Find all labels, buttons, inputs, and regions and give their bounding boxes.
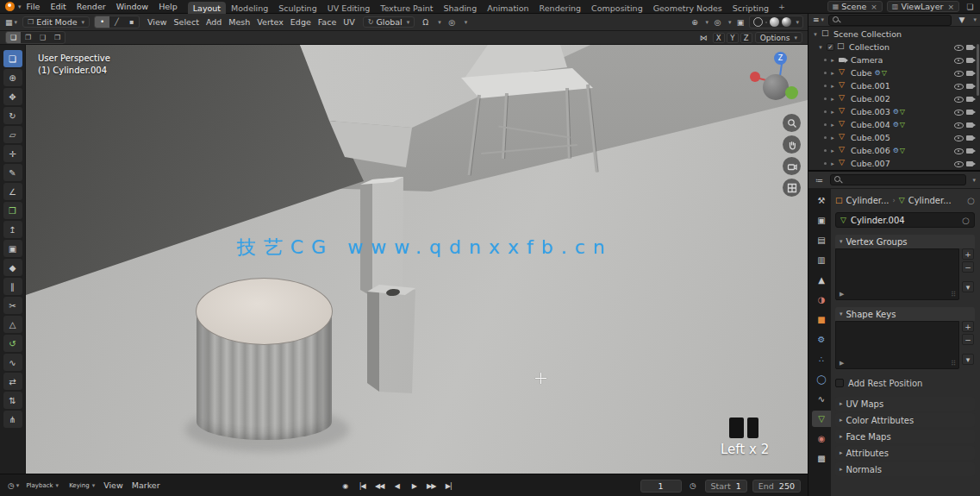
playback-button[interactable]: ▶| <box>440 479 456 493</box>
disclosure-icon[interactable]: ▸ <box>829 148 836 154</box>
properties-tab[interactable]: ▽ <box>812 411 831 427</box>
viewport-canvas[interactable]: User Perspective (1) Cylinder.004 技艺CG w… <box>26 45 808 474</box>
workspace-tab[interactable]: Scripting <box>727 2 774 14</box>
tool-button[interactable]: ✛ <box>3 145 22 162</box>
playback-button[interactable]: |◀ <box>354 479 370 493</box>
mirror-axis-toggle[interactable]: Z <box>740 33 752 43</box>
add-rest-position-checkbox[interactable] <box>835 379 844 387</box>
close-icon[interactable]: × <box>871 3 877 11</box>
shading-rendered-button[interactable] <box>782 17 791 27</box>
tool-button[interactable]: ⇅ <box>3 392 22 409</box>
select-op-button[interactable]: ❐ <box>21 32 35 43</box>
toggle-xray-icon[interactable]: ▣ <box>733 16 746 28</box>
vertex-group-specials-button[interactable]: ▾ <box>962 281 974 292</box>
outliner-search[interactable] <box>828 15 952 26</box>
properties-tab[interactable]: ∴ <box>812 351 831 367</box>
current-frame-field[interactable]: 1 <box>640 480 682 493</box>
timeline-menu-item[interactable]: Playback <box>22 482 63 489</box>
tool-button[interactable]: ↥ <box>3 221 22 238</box>
workspace-tab[interactable]: Texture Paint <box>375 2 438 14</box>
viewport-menu-item[interactable]: Face <box>315 17 340 27</box>
disclosure-icon[interactable]: ▸ <box>829 70 836 77</box>
editor-type-icon[interactable]: ▦▾ <box>4 16 18 28</box>
collection-row[interactable]: ▾ ✓ Collection <box>808 41 980 53</box>
gizmo-ball[interactable] <box>763 74 789 100</box>
tool-button[interactable]: ✂ <box>3 297 22 314</box>
disclosure-icon[interactable]: ▸ <box>829 109 836 116</box>
remove-shape-key-button[interactable]: − <box>962 334 974 345</box>
tool-button[interactable]: ⋔ <box>3 411 22 428</box>
select-mode-button[interactable]: ╱ <box>109 16 124 28</box>
select-mode-button[interactable]: ▪ <box>124 16 139 28</box>
properties-search[interactable] <box>830 174 966 185</box>
frame-start-field[interactable]: Start 1 <box>705 480 747 493</box>
tool-button[interactable]: ✎ <box>3 164 22 181</box>
hide-in-viewport-icon[interactable] <box>954 146 964 155</box>
disclosure-icon[interactable]: ▸ <box>829 83 836 90</box>
gizmo-y-axis[interactable] <box>785 86 798 99</box>
tool-button[interactable]: ∠ <box>3 183 22 200</box>
collapsed-panel-header[interactable]: ▸ UV Maps <box>835 397 975 411</box>
outliner-item-row[interactable]: ▸ Cube.003 ⚙▽ <box>808 105 980 118</box>
hide-in-viewport-icon[interactable] <box>954 81 964 91</box>
tool-button[interactable]: ◆ <box>3 259 22 276</box>
shape-keys-panel-header[interactable]: ▾ Shape Keys <box>835 307 975 321</box>
select-op-button[interactable]: ❏ <box>6 32 21 43</box>
tool-button[interactable]: △ <box>3 316 22 333</box>
tool-button[interactable]: ❏ <box>3 50 22 67</box>
timeline-menu-item[interactable]: View <box>99 480 128 490</box>
hide-in-viewport-icon[interactable] <box>954 107 964 116</box>
outliner-item-row[interactable]: ▸ Cube.007 ⚙▽ <box>808 157 980 170</box>
disable-in-renders-icon[interactable] <box>966 159 977 168</box>
proportional-editing-icon[interactable]: ◎ <box>446 16 459 28</box>
playback-button[interactable]: ◀ <box>389 479 404 493</box>
resize-grip-icon[interactable]: ⠿ <box>951 360 956 367</box>
tool-button[interactable]: ↻ <box>3 107 22 124</box>
workspace-tab[interactable]: Modeling <box>226 2 273 14</box>
tool-button[interactable]: ⊕ <box>3 69 22 86</box>
layers-icon[interactable]: ❏ <box>964 1 977 13</box>
tool-button[interactable]: ✥ <box>3 88 22 105</box>
scene-selector[interactable]: ▦ Scene × <box>827 1 883 12</box>
shape-key-specials-button[interactable]: ▾ <box>962 354 974 365</box>
vertex-groups-panel-header[interactable]: ▾ Vertex Groups <box>835 235 975 248</box>
pin-icon[interactable]: ○ <box>967 196 975 205</box>
workspace-tab[interactable]: Shading <box>439 2 483 14</box>
viewport-menu-item[interactable]: Vertex <box>253 17 287 27</box>
timeline-menu-item[interactable]: Marker <box>128 480 165 490</box>
properties-search-input[interactable] <box>846 176 962 185</box>
tool-button[interactable]: ↺ <box>3 335 22 352</box>
shading-wireframe-button[interactable] <box>753 17 763 27</box>
gizmo-z-axis[interactable]: Z <box>774 52 787 65</box>
outliner-scrollbar[interactable] <box>977 44 979 96</box>
vertex-groups-list[interactable]: ▶ ⠿ <box>835 248 959 300</box>
workspace-tab[interactable]: UV Editing <box>322 2 376 14</box>
workspace-tab[interactable]: Rendering <box>534 2 587 14</box>
hide-in-viewport-icon[interactable] <box>954 68 964 78</box>
disable-in-renders-icon[interactable] <box>966 55 977 65</box>
menu-item[interactable]: File <box>22 0 46 14</box>
add-shape-key-button[interactable]: + <box>962 321 974 332</box>
pan-hand-button[interactable] <box>783 135 801 154</box>
breadcrumb-data[interactable]: Cylinder... <box>908 196 952 205</box>
frame-end-field[interactable]: End 250 <box>752 480 801 493</box>
outliner-item-row[interactable]: ▸ Cube.004 ⚙▽ <box>808 118 980 131</box>
add-workspace-button[interactable]: + <box>774 2 790 11</box>
viewport-menu-item[interactable]: Select <box>171 17 203 27</box>
playback-button[interactable]: ▶▶ <box>423 479 439 493</box>
navigation-gizmo[interactable]: Z <box>746 52 806 112</box>
disable-in-renders-icon[interactable] <box>966 107 977 116</box>
workspace-tab[interactable]: Layout <box>188 2 226 14</box>
close-icon[interactable]: × <box>947 3 954 11</box>
outliner-item-row[interactable]: ▸ Cube.005 ⚙▽ <box>808 131 980 144</box>
disclosure-icon[interactable]: ▸ <box>829 96 836 103</box>
scene-collection-row[interactable]: ▾ Scene Collection <box>808 28 980 41</box>
properties-tab[interactable]: ◉ <box>812 430 831 447</box>
hide-in-viewport-icon[interactable] <box>954 120 964 129</box>
playback-button[interactable]: ◀◀ <box>371 479 387 493</box>
tool-button[interactable]: ❒ <box>3 202 22 219</box>
collection-checkbox[interactable]: ✓ <box>827 43 834 51</box>
collapsed-panel-header[interactable]: ▸ Attributes <box>835 446 975 460</box>
playback-button[interactable]: ◉ <box>337 479 353 493</box>
hide-in-viewport-icon[interactable] <box>954 42 964 52</box>
